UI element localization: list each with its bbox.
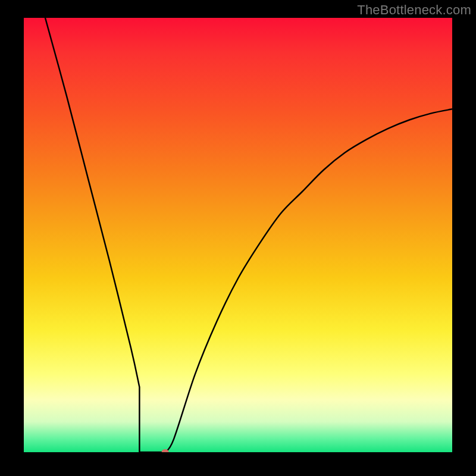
plot-area (24, 18, 452, 452)
bottleneck-curve (45, 18, 452, 452)
chart-frame: TheBottleneck.com (0, 0, 476, 476)
plot-svg (24, 18, 452, 452)
watermark-text: TheBottleneck.com (357, 2, 471, 18)
